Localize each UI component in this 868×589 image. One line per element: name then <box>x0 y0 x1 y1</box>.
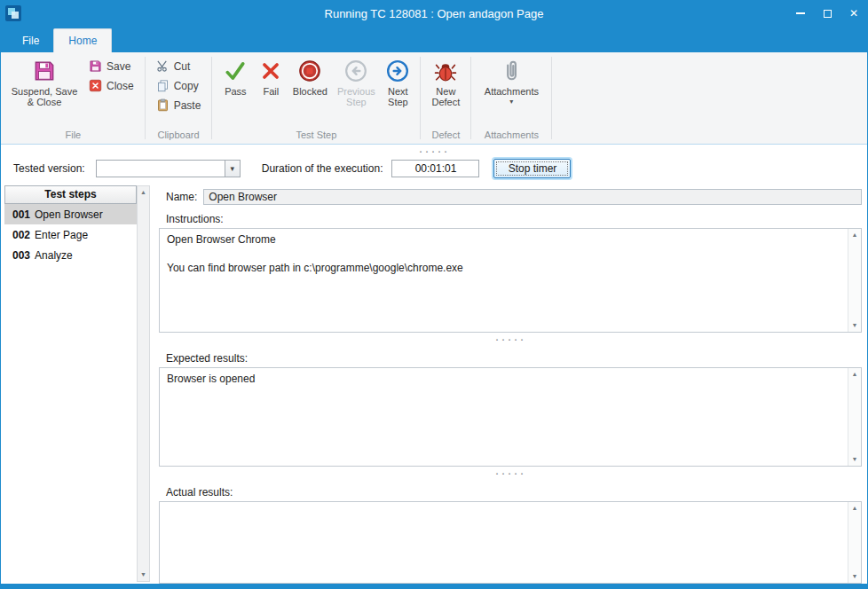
cut-button[interactable]: Cut <box>152 58 206 75</box>
button-label: New Defect <box>429 86 462 107</box>
button-label: Suspend, Save & Close <box>10 86 79 107</box>
app-icon[interactable] <box>5 5 21 21</box>
actual-results-scrollbar[interactable]: ▲ ▼ <box>848 502 861 583</box>
tab-file[interactable]: File <box>8 29 53 52</box>
field-splitter[interactable] <box>159 333 862 344</box>
button-label: Previous Step <box>335 86 376 107</box>
step-label: Open Browser <box>35 208 103 221</box>
scissors-icon <box>156 59 170 73</box>
paperclip-icon <box>500 59 523 82</box>
scroll-down-icon[interactable]: ▼ <box>848 453 861 466</box>
expected-results-text: Browser is opened <box>160 368 847 466</box>
actual-results-text <box>160 502 847 583</box>
test-step-item-001[interactable]: 001 Open Browser <box>4 204 137 224</box>
actual-results-textarea[interactable]: ▲ ▼ <box>159 501 862 584</box>
test-steps-header: Test steps <box>4 185 137 204</box>
step-number: 001 <box>12 208 30 221</box>
button-label: Cut <box>174 60 191 73</box>
ribbon-tabs: File Home <box>1 26 867 52</box>
duration-input[interactable] <box>391 160 479 177</box>
copy-icon <box>156 79 170 92</box>
ribbon-splitter[interactable] <box>1 145 867 155</box>
maximize-button[interactable] <box>814 1 840 26</box>
blocked-stop-icon <box>298 59 321 82</box>
bug-icon <box>434 59 457 82</box>
test-steps-scrollbar[interactable]: ▲ ▼ <box>137 185 150 582</box>
group-label-clipboard: Clipboard <box>150 129 208 144</box>
ribbon-group-file: Suspend, Save & Close Save Close <box>3 52 144 144</box>
test-step-item-002[interactable]: 002 Enter Page <box>4 224 137 245</box>
prev-arrow-icon <box>344 59 367 82</box>
step-detail-pane: Name: Instructions: Open Browser Chrome … <box>159 184 862 584</box>
step-label: Analyze <box>35 249 73 262</box>
button-label: Copy <box>174 80 199 92</box>
actual-results-label: Actual results: <box>166 486 862 499</box>
paste-button[interactable]: Paste <box>152 97 206 114</box>
button-label: Save <box>107 60 130 73</box>
tested-version-combobox[interactable]: ▾ <box>96 160 241 177</box>
window-title: Running TC 128081 : Open andagon Page <box>1 7 867 20</box>
execution-toolbar: Tested version: ▾ Duration of the execut… <box>1 155 867 182</box>
stop-timer-button[interactable]: Stop timer <box>493 159 571 178</box>
scroll-down-icon[interactable]: ▼ <box>848 570 861 583</box>
copy-button[interactable]: Copy <box>152 77 206 94</box>
save-button[interactable]: Save <box>84 58 138 75</box>
button-label: Fail <box>264 86 280 97</box>
window-controls: ✕ <box>787 1 867 26</box>
expected-results-scrollbar[interactable]: ▲ ▼ <box>848 368 861 466</box>
dropdown-caret-icon: ▾ <box>509 98 513 106</box>
ribbon-group-defect: New Defect Defect <box>422 52 470 144</box>
instructions-scrollbar[interactable]: ▲ ▼ <box>848 229 861 332</box>
group-separator <box>211 57 212 139</box>
test-step-item-003[interactable]: 003 Analyze <box>4 245 137 265</box>
ribbon-group-attachments: Attachments ▾ Attachments <box>472 52 550 144</box>
close-tc-button[interactable]: Close <box>84 77 138 94</box>
next-step-button[interactable]: Next Step <box>380 54 415 110</box>
fail-x-icon <box>259 59 282 82</box>
scroll-up-icon[interactable]: ▲ <box>848 502 861 514</box>
group-label-defect: Defect <box>425 129 466 144</box>
save-close-icon <box>33 59 56 82</box>
pass-button[interactable]: Pass <box>217 54 254 99</box>
expected-results-label: Expected results: <box>166 352 862 365</box>
group-label-attachments: Attachments <box>476 129 547 144</box>
scroll-down-icon[interactable]: ▼ <box>848 319 861 332</box>
attachments-button[interactable]: Attachments ▾ <box>476 54 547 108</box>
button-label: Blocked <box>293 86 327 97</box>
scroll-up-icon[interactable]: ▲ <box>848 229 861 241</box>
scroll-up-icon[interactable]: ▲ <box>848 368 861 381</box>
button-label: Attachments <box>485 86 539 97</box>
previous-step-button[interactable]: Previous Step <box>332 54 380 110</box>
minimize-button[interactable] <box>787 1 814 26</box>
name-input[interactable] <box>203 189 862 205</box>
duration-label: Duration of the execution: <box>262 162 383 175</box>
scroll-down-icon[interactable]: ▼ <box>138 569 149 581</box>
button-label: Next Step <box>383 86 412 107</box>
close-button[interactable]: ✕ <box>840 1 867 26</box>
step-label: Enter Page <box>35 229 88 241</box>
instructions-label: Instructions: <box>166 213 862 225</box>
scroll-up-icon[interactable]: ▲ <box>138 186 149 199</box>
combobox-value <box>97 161 225 177</box>
combobox-dropdown-icon[interactable]: ▾ <box>225 161 240 177</box>
group-separator <box>145 57 146 139</box>
expected-results-textarea[interactable]: Browser is opened ▲ ▼ <box>159 367 862 467</box>
ribbon-group-clipboard: Cut Copy Paste Cl <box>146 52 211 144</box>
next-arrow-icon <box>386 59 409 82</box>
app-window: Running TC 128081 : Open andagon Page ✕ … <box>0 0 868 589</box>
close-red-icon <box>89 79 102 92</box>
suspend-save-close-button[interactable]: Suspend, Save & Close <box>6 54 83 110</box>
field-splitter[interactable] <box>159 467 862 478</box>
fail-button[interactable]: Fail <box>254 54 288 99</box>
group-label-test-step: Test Step <box>217 129 415 144</box>
instructions-textarea[interactable]: Open Browser Chrome You can find browser… <box>159 228 862 333</box>
new-defect-button[interactable]: New Defect <box>425 54 466 110</box>
blocked-button[interactable]: Blocked <box>288 54 332 99</box>
close-icon: ✕ <box>849 7 858 20</box>
group-separator <box>551 57 552 139</box>
pass-check-icon <box>224 59 247 82</box>
step-number: 002 <box>12 229 30 241</box>
splitter-grip-icon <box>419 148 450 153</box>
main-area: Test steps 001 Open Browser 002 Enter Pa… <box>1 184 867 584</box>
tab-home[interactable]: Home <box>53 28 112 52</box>
